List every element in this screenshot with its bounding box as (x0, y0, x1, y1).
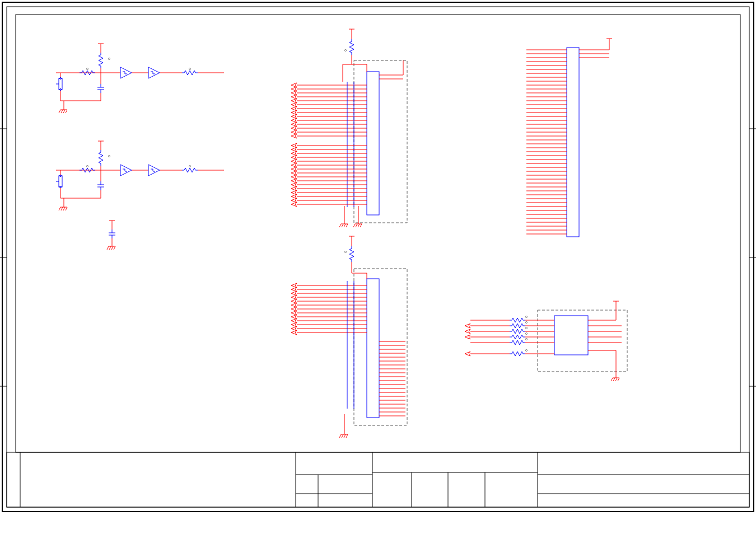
ic-right-pins (588, 326, 622, 343)
resistor-icon (99, 150, 103, 166)
power-icon (349, 236, 354, 241)
svg-rect-1 (7, 7, 749, 507)
title-block (7, 452, 749, 507)
svg-rect-56 (367, 72, 379, 215)
resistor-icon (349, 246, 354, 262)
pushbutton-icon (56, 175, 62, 188)
buffer-icon (148, 67, 160, 78)
bus-right-many (379, 341, 405, 416)
power-icon (98, 44, 104, 48)
resistor-icon (182, 168, 198, 172)
schematic-sheet (0, 0, 756, 534)
svg-rect-195 (554, 316, 588, 355)
svg-rect-194 (538, 310, 627, 372)
svg-rect-101 (367, 279, 379, 418)
power-icon (98, 141, 104, 146)
resistor-icon (99, 53, 103, 68)
bus-left-lower (291, 143, 367, 207)
capacitor-icon (109, 229, 115, 238)
bus-left-short (291, 281, 367, 409)
power-icon (349, 29, 354, 34)
resistor-icon (349, 39, 354, 55)
buffer-icon (120, 165, 132, 176)
svg-rect-0 (2, 2, 754, 512)
ground-icon (353, 221, 362, 227)
svg-rect-102 (354, 269, 407, 425)
bus-left-many (526, 50, 567, 234)
debounce-circuit-2 (56, 141, 224, 210)
connector-bottom (291, 236, 407, 438)
connector-top (291, 29, 407, 227)
bus-left-upper (291, 82, 367, 207)
connector-right-tall (526, 39, 612, 237)
ground-icon (611, 374, 619, 381)
power-icon (109, 221, 115, 225)
ground-icon (339, 431, 348, 438)
drawing-frame (0, 2, 756, 512)
ground-icon (339, 221, 348, 227)
capacitor-icon (97, 181, 104, 190)
power-icon (613, 301, 619, 306)
svg-rect-141 (567, 48, 579, 237)
power-icon (606, 39, 612, 43)
capacitor-icon (97, 84, 104, 93)
svg-rect-216 (7, 452, 749, 507)
ground-icon (59, 106, 67, 113)
svg-rect-8 (16, 15, 740, 452)
small-ic-block (465, 301, 627, 381)
ic-left-pins (465, 316, 554, 356)
buffer-icon (120, 67, 132, 78)
buffer-icon (148, 165, 160, 176)
ground-icon (107, 243, 115, 250)
debounce-circuit-1 (56, 44, 224, 113)
resistor-icon (182, 71, 198, 75)
ground-icon (59, 204, 67, 210)
pushbutton-icon (56, 78, 62, 91)
decoupling-cap (107, 221, 115, 250)
